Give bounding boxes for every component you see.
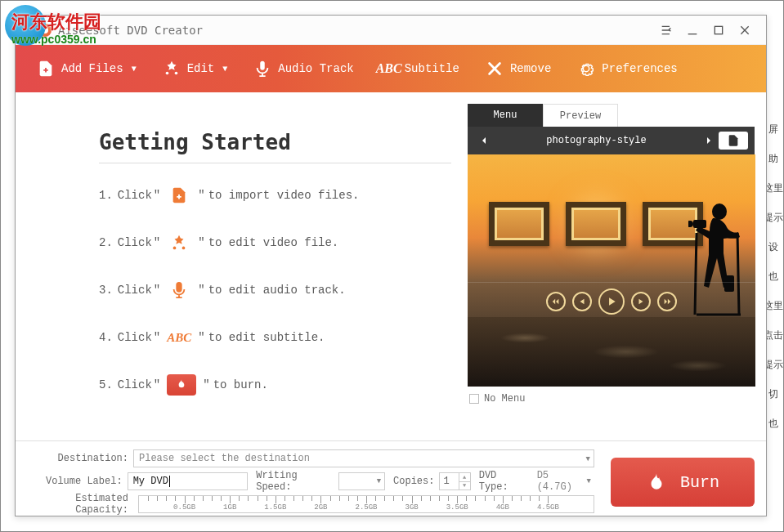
svg-point-5 [173, 247, 177, 250]
getting-started-heading: Getting Started [99, 130, 451, 154]
tab-menu[interactable]: Menu [468, 104, 543, 127]
no-menu-row: No Menu [468, 387, 755, 405]
add-files-icon [37, 60, 55, 78]
step-row: 3. Click " " to edit audio track. [99, 279, 451, 301]
spin-down-icon[interactable]: ▼ [459, 482, 470, 490]
destination-select[interactable]: Please select the destination▼ [133, 449, 594, 467]
copies-label: Copies: [385, 476, 439, 487]
volume-label-input[interactable]: My DVD [128, 472, 249, 490]
rewind-button[interactable] [572, 292, 592, 311]
gear-icon [577, 60, 595, 78]
menu-frame[interactable] [489, 202, 549, 246]
app-window: Aiseesoft DVD Creator Add Files ▼ Edit ▼… [15, 15, 767, 516]
toolbar: Add Files ▼ Edit ▼ Audio Track ABC Subti… [16, 45, 766, 92]
menu-frame[interactable] [566, 202, 626, 246]
step-row: 2. Click " " to edit video file. [99, 232, 451, 253]
getting-started-panel: Getting Started 1. Click " " to import v… [16, 92, 468, 440]
remove-icon [486, 60, 504, 78]
microphone-icon [253, 60, 271, 78]
minimize-button[interactable] [679, 17, 706, 43]
dvd-type-value: D5 (4.7G) [534, 470, 587, 493]
svg-point-2 [165, 72, 168, 75]
skip-forward-button[interactable] [657, 292, 677, 311]
menu-style-bar: photography-style [468, 127, 755, 154]
microphone-icon [167, 279, 191, 301]
dvd-type-label: DVD Type: [471, 470, 534, 493]
forward-button[interactable] [631, 292, 651, 311]
audio-track-button[interactable]: Audio Track [240, 45, 366, 92]
subtitle-label: Subtitle [405, 62, 459, 75]
preferences-button[interactable]: Preferences [564, 45, 690, 92]
svg-rect-0 [688, 34, 697, 34]
divider [99, 163, 451, 163]
chevron-down-icon: ▼ [377, 477, 381, 485]
capacity-ruler: 0.5GB1GB1.5GB2GB2.5GB3GB3.5GB4GB4.5GB [138, 495, 594, 513]
subtitle-abc-icon: ABC [167, 327, 191, 348]
next-style-button[interactable] [699, 131, 719, 150]
skip-back-button[interactable] [546, 292, 566, 311]
burn-label: Burn [680, 473, 719, 492]
step-row: 4. Click " ABC " to edit subtitle. [99, 327, 451, 348]
play-button[interactable] [598, 288, 625, 315]
menu-preview [468, 154, 755, 387]
chevron-down-icon: ▼ [222, 65, 227, 74]
svg-point-10 [688, 221, 693, 227]
writing-speed-label: Writing Speed: [248, 470, 338, 493]
svg-rect-9 [693, 220, 706, 228]
subtitle-abc-icon: ABC [380, 60, 398, 78]
tabs: Menu Preview [468, 104, 755, 127]
svg-rect-11 [724, 275, 734, 292]
copies-spinner[interactable]: 1▲▼ [439, 472, 470, 490]
destination-label: Destination: [27, 453, 133, 464]
photographer-silhouette [688, 197, 744, 328]
audio-track-label: Audio Track [278, 62, 353, 75]
add-files-icon [167, 185, 191, 206]
burn-button[interactable]: Burn [611, 458, 755, 507]
close-button[interactable] [732, 17, 758, 43]
writing-speed-select[interactable]: ▼ [338, 472, 385, 490]
burn-icon [167, 374, 196, 396]
svg-rect-1 [715, 26, 722, 34]
svg-point-6 [182, 247, 186, 250]
chevron-down-icon[interactable]: ▼ [587, 477, 594, 485]
add-files-button[interactable]: Add Files ▼ [24, 45, 150, 92]
maximize-button[interactable] [706, 17, 732, 43]
preferences-label: Preferences [602, 62, 677, 75]
right-panel: Menu Preview photography-style [468, 92, 766, 440]
edit-style-button[interactable] [719, 132, 748, 150]
no-menu-label: No Menu [484, 393, 525, 405]
spin-up-icon[interactable]: ▲ [459, 473, 470, 482]
edit-icon [163, 60, 181, 78]
bottom-panel: Destination: Please select the destinati… [16, 440, 766, 525]
remove-label: Remove [510, 62, 551, 75]
svg-point-3 [174, 72, 177, 75]
tab-preview[interactable]: Preview [543, 104, 618, 127]
no-menu-checkbox[interactable] [469, 394, 479, 404]
edit-label: Edit [187, 62, 215, 75]
chevron-down-icon: ▼ [132, 65, 137, 74]
subtitle-button[interactable]: ABC Subtitle [367, 45, 473, 92]
add-files-label: Add Files [61, 62, 123, 75]
watermark-text: 河东软件园 www.pc0359.cn [11, 10, 101, 46]
remove-button[interactable]: Remove [473, 45, 564, 92]
edit-button[interactable]: Edit ▼ [150, 45, 241, 92]
chevron-down-icon: ▼ [586, 455, 590, 463]
step-row: 5. Click " " to burn. [99, 374, 451, 396]
edit-icon [167, 232, 191, 253]
flame-icon [646, 472, 667, 493]
prev-style-button[interactable] [474, 131, 494, 150]
titlebar: Aiseesoft DVD Creator [16, 16, 766, 45]
step-row: 1. Click " " to import video files. [99, 185, 451, 206]
estimated-capacity-label: Estimated Capacity: [27, 493, 133, 516]
svg-rect-4 [261, 61, 266, 70]
style-name: photography-style [494, 135, 699, 146]
svg-rect-7 [177, 283, 181, 292]
volume-label-label: Volume Label: [27, 476, 128, 487]
menu-icon[interactable] [653, 17, 679, 43]
playback-controls [546, 288, 677, 315]
svg-point-8 [712, 203, 727, 220]
